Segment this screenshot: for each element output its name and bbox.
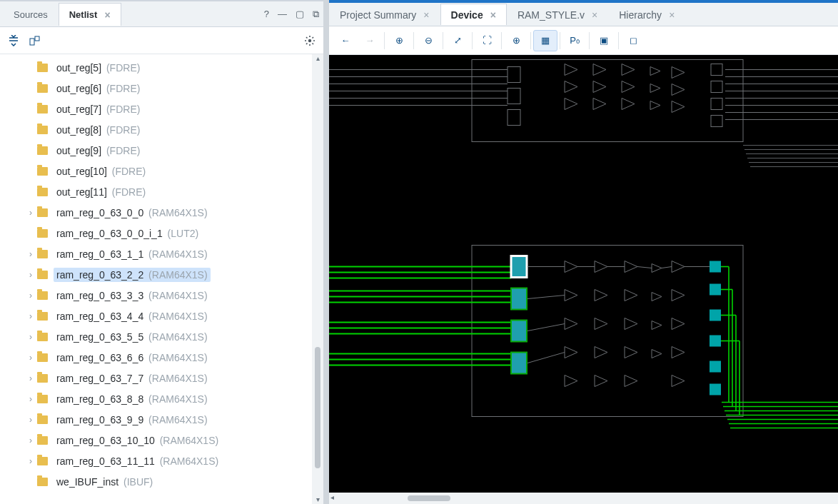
help-icon[interactable]: ? [260, 6, 273, 22]
node-type: (FDRE) [104, 83, 140, 94]
folder-icon [37, 415, 48, 424]
autofit-button[interactable]: ⊕ [504, 30, 528, 51]
folder-icon [37, 457, 48, 465]
tree-row[interactable]: ›ram_reg_0_63_0_0 (RAM64X1S) [0, 202, 312, 223]
tree-row[interactable]: ›ram_reg_0_63_9_9 (RAM64X1S) [0, 409, 312, 430]
tab-project-summary[interactable]: Project Summary× [329, 4, 440, 25]
svg-rect-13 [711, 64, 722, 76]
svg-rect-0 [30, 39, 34, 45]
tree-row[interactable]: out_reg[10] (FDRE) [0, 161, 312, 181]
svg-rect-59 [710, 310, 721, 321]
svg-rect-58 [710, 284, 721, 296]
vertical-scrollbar[interactable]: ▴ ▾ [312, 54, 323, 504]
tree-row[interactable]: ›ram_reg_0_63_4_4 (RAM64X1S) [0, 306, 312, 326]
tree-row[interactable]: out_reg[7] (FDRE) [0, 99, 312, 119]
expand-icon[interactable]: › [24, 456, 37, 466]
tree-row[interactable]: out_reg[11] (FDRE) [0, 181, 312, 202]
expand-icon[interactable]: › [24, 332, 37, 342]
netlist-tree[interactable]: out_reg[5] (FDRE)out_reg[6] (FDRE)out_re… [0, 54, 312, 504]
tree-row[interactable]: out_reg[6] (FDRE) [0, 78, 312, 99]
folder-icon [37, 126, 48, 134]
expand-icon[interactable]: › [24, 291, 37, 301]
zoom-in-button[interactable]: ⊕ [387, 30, 411, 51]
node-name: ram_reg_0_63_0_0 [56, 207, 143, 218]
popout-icon[interactable]: ⧉ [308, 6, 323, 23]
device-panel: Project Summary×Device×RAM_STYLE.v×Hiera… [329, 0, 838, 504]
node-name: out_reg[6] [56, 83, 101, 94]
node-type: (FDRE) [109, 186, 146, 198]
routing-button[interactable]: ▦ [533, 30, 557, 51]
horizontal-scrollbar[interactable]: ◂ [329, 493, 838, 504]
tree-row[interactable]: ›ram_reg_0_63_3_3 (RAM64X1S) [0, 285, 312, 306]
folder-icon [37, 333, 48, 341]
zoom-fit-button[interactable]: ⤢ [445, 30, 470, 51]
show-io-button[interactable]: ▣ [592, 30, 616, 51]
svg-line-54 [637, 267, 652, 268]
netlist-panel: SourcesNetlist× ? — ▢ ⧉ out_reg[5] (FDRE… [0, 0, 323, 504]
node-type: (RAM64X1S) [146, 331, 207, 343]
tree-row[interactable]: out_reg[8] (FDRE) [0, 119, 312, 140]
panel-divider[interactable] [323, 0, 329, 504]
tree-row[interactable]: ›ram_reg_0_63_11_11 (RAM64X1S) [0, 450, 312, 471]
tree-row[interactable]: ›ram_reg_0_63_2_2 (RAM64X1S) [0, 264, 312, 285]
settings-icon[interactable] [302, 33, 318, 49]
tree-row[interactable]: ›ram_reg_0_63_5_5 (RAM64X1S) [0, 326, 312, 347]
expand-icon[interactable]: › [24, 311, 37, 321]
close-icon[interactable]: × [669, 9, 675, 21]
tree-row[interactable]: out_reg[9] (FDRE) [0, 140, 312, 161]
back-button[interactable]: ← [333, 30, 358, 51]
expand-icon[interactable]: › [24, 249, 37, 259]
expand-icon[interactable]: › [24, 353, 37, 363]
node-name: ram_reg_0_63_8_8 [56, 393, 143, 405]
tree-row[interactable]: ›ram_reg_0_63_7_7 (RAM64X1S) [0, 368, 312, 388]
expand-icon[interactable]: › [24, 435, 37, 445]
folder-icon [37, 436, 48, 445]
node-type: (RAM64X1S) [146, 269, 207, 281]
svg-rect-15 [711, 99, 722, 110]
maximize-icon[interactable]: ▢ [291, 6, 308, 22]
node-type: (LUT2) [165, 228, 198, 239]
node-type: (RAM64X1S) [157, 435, 218, 446]
node-name: ram_reg_0_63_10_10 [56, 435, 155, 446]
close-icon[interactable]: × [104, 9, 110, 21]
tree-row[interactable]: ›ram_reg_0_63_10_10 (RAM64X1S) [0, 430, 312, 450]
expand-icon[interactable]: › [24, 415, 37, 425]
close-icon[interactable]: × [490, 9, 496, 21]
tree-row[interactable]: ›ram_reg_0_63_6_6 (RAM64X1S) [0, 347, 312, 368]
node-type: (FDRE) [104, 104, 140, 115]
expand-icon[interactable]: › [24, 208, 37, 218]
tree-row[interactable]: we_IBUF_inst (IBUF) [0, 471, 312, 492]
svg-rect-44 [511, 256, 527, 278]
left-tabbar: SourcesNetlist× ? — ▢ ⧉ [0, 1, 323, 27]
svg-line-50 [527, 324, 565, 331]
expand-icon[interactable]: › [24, 394, 37, 404]
folder-icon [37, 478, 48, 486]
close-icon[interactable]: × [423, 9, 429, 21]
tab-sources[interactable]: Sources [3, 3, 59, 26]
close-icon[interactable]: × [592, 9, 597, 21]
tab-netlist[interactable]: Netlist× [59, 3, 121, 26]
zoom-out-button[interactable]: ⊖ [416, 30, 440, 51]
node-type: (RAM64X1S) [146, 290, 207, 301]
expand-icon[interactable] [27, 33, 43, 49]
device-canvas[interactable] [329, 55, 838, 493]
tree-row[interactable]: ram_reg_0_63_0_0_i_1 (LUT2) [0, 223, 312, 243]
tree-row[interactable]: ›ram_reg_0_63_8_8 (RAM64X1S) [0, 388, 312, 409]
tree-row[interactable]: out_reg[5] (FDRE) [0, 57, 312, 78]
tab-ram-style-v[interactable]: RAM_STYLE.v× [507, 4, 608, 25]
place-button[interactable]: P₀ [562, 30, 587, 51]
folder-icon [37, 374, 48, 383]
node-type: (FDRE) [104, 124, 140, 136]
collapse-all-icon[interactable] [6, 33, 21, 49]
tab-hierarchy[interactable]: Hierarchy× [608, 4, 685, 25]
node-name: ram_reg_0_63_1_1 [56, 248, 143, 260]
show-sel-button[interactable]: ◻ [621, 30, 645, 51]
tab-device[interactable]: Device× [440, 4, 507, 25]
svg-point-2 [308, 39, 311, 41]
node-type: (FDRE) [104, 62, 140, 74]
zoom-area-button[interactable]: ⛶ [475, 30, 499, 51]
minimize-icon[interactable]: — [273, 6, 291, 22]
expand-icon[interactable]: › [24, 270, 37, 280]
tree-row[interactable]: ›ram_reg_0_63_1_1 (RAM64X1S) [0, 243, 312, 264]
expand-icon[interactable]: › [24, 373, 37, 383]
